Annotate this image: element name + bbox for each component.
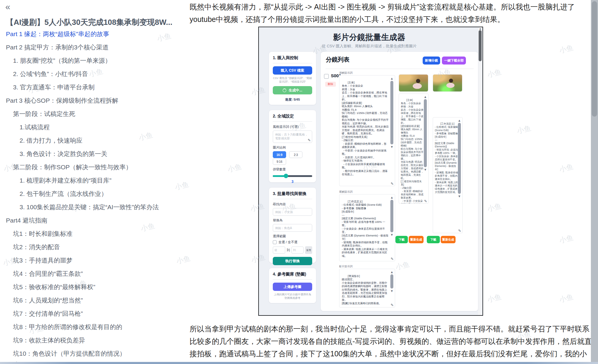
toc-item-5[interactable]: Part 3 核心SOP：保姆级制作全流程拆解 xyxy=(0,94,185,107)
toc-item-16[interactable]: 坑2：消失的配音 xyxy=(0,240,185,254)
tool-scrollbar[interactable] xyxy=(478,27,482,315)
scroll-thumb[interactable] xyxy=(390,81,393,144)
scroll-down-icon[interactable]: ▼ xyxy=(424,168,427,171)
range-from-input[interactable]: 從 xyxy=(273,247,285,254)
scroll-up-icon[interactable]: ▲ xyxy=(390,196,394,199)
toc-item-9[interactable]: 3. 角色设计：决定胜负的第一关 xyxy=(0,147,185,160)
download-all-button[interactable]: 一鍵下載全部 xyxy=(442,57,466,65)
style-prompt-input[interactable]: 例如：吉卜力動畫風格，電影感光影 ✎ xyxy=(273,131,312,143)
edit-pencil-icon[interactable]: ✎ xyxy=(390,257,394,261)
download-first-button[interactable]: 下載 xyxy=(395,236,408,243)
toc-item-1[interactable]: Part 2 搞定甲方：承制的3个核心渠道 xyxy=(0,41,185,54)
tool-title: 影片分鏡批量生成器 xyxy=(259,32,480,43)
scroll-down-icon[interactable]: ▼ xyxy=(390,145,394,149)
concurrency-slider[interactable] xyxy=(273,175,312,177)
style-prompt-label: 風格提示詞 (可選) xyxy=(273,125,312,129)
toc-item-3[interactable]: 2. 公域“钓鱼”：小红书/抖音 xyxy=(0,67,185,80)
execute-replace-button[interactable]: 執行替換 xyxy=(273,257,312,265)
toc-item-8[interactable]: 2. 借力打力，快速响应 xyxy=(0,134,185,147)
toc-item-21[interactable]: 坑7：交付清单的“回马枪” xyxy=(0,307,185,320)
edit-pencil-icon[interactable]: ✎ xyxy=(307,138,311,142)
scroll-thumb[interactable] xyxy=(390,274,393,289)
regenerate-last-button[interactable]: 重新生成 xyxy=(441,236,456,243)
shot-checkbox[interactable] xyxy=(324,74,329,79)
toc-item-6[interactable]: 第一阶段：试稿定生死 xyxy=(0,107,185,120)
paragraph-top: 既然中长视频有潜力，那“从提示此 -> AI出图 -> 图生视频 -> 剪辑成片… xyxy=(190,1,593,25)
last-frame-image[interactable] xyxy=(433,74,462,92)
slider-knob[interactable] xyxy=(284,174,288,178)
toc-item-15[interactable]: 坑1：时长和剧集标准 xyxy=(0,227,185,240)
scroll-down-icon[interactable]: ▼ xyxy=(390,289,394,293)
first-frame-preview-text: [主体] 角色：小女孩朵朵 表情：兴奋 姿态：小女孩朵朵身体前倾，蹲在草地上，双… xyxy=(401,99,424,204)
range-apply-button[interactable]: 套用 xyxy=(305,246,312,254)
scrollbar[interactable]: ▲ ▼ xyxy=(457,119,461,232)
first-frame-textarea[interactable]: [主体] 角色：小女孩朵朵 表情：兴奋 姿态：小女孩朵朵身体前倾，蹲在草地上，双… xyxy=(339,75,395,186)
scroll-down-icon[interactable]: ▼ xyxy=(390,233,394,236)
scroll-up-icon[interactable]: ▲ xyxy=(390,77,394,80)
toc-item-12[interactable]: 2. 包干制生产流（流水线作业） xyxy=(0,187,185,200)
replace-input[interactable]: 例如：角色A xyxy=(273,224,312,232)
toc-item-2[interactable]: 1. 朋友圈“挖坟”（我的第一单来源） xyxy=(0,54,185,67)
select-all-label: 全選 / 全不選 xyxy=(278,240,297,244)
scrollbar[interactable]: ▲ ▼ xyxy=(390,77,394,185)
toc-item-17[interactable]: 坑3：手持道具的噩梦 xyxy=(0,254,185,267)
generating-button[interactable]: 生成中... xyxy=(273,86,312,94)
edit-pencil-icon[interactable]: ✎ xyxy=(390,304,394,307)
range-to-input[interactable]: 到 xyxy=(291,247,304,254)
toc-item-24[interactable]: 坑10：角色设计（甲方提供配音的情况） xyxy=(0,347,185,360)
scrollbar[interactable]: ▲ ▼ xyxy=(423,95,427,202)
first-frame-image[interactable] xyxy=(399,74,428,92)
toc-item-0[interactable]: Part 1 缘起：两枚“超级标”串起的故事 xyxy=(0,27,185,41)
storyboard-heading: 分鏡列表 xyxy=(326,56,349,64)
panel-reference: 4. 參考圖庫 (墊圖) 上傳參考圖 上傳的圖片可於分鏡中選擇作為墊圖風格參考 xyxy=(269,268,316,303)
shot-delete-button[interactable]: 刪除 xyxy=(325,82,336,87)
scroll-up-icon[interactable]: ▲ xyxy=(424,95,427,99)
tool-scrollbar-thumb[interactable] xyxy=(479,30,482,61)
toc-item-18[interactable]: 坑4：合同里的“霸王条款” xyxy=(0,267,185,280)
video-prompt-textarea[interactable]: [導演指令] 鏡頭固定。 小女孩朵朵維持著傾倒的姿勢，當瓶中的綠色液體接觸到地面… xyxy=(339,269,395,307)
toc-item-23[interactable]: 坑9：收款主体的税负差异 xyxy=(0,334,185,347)
watermark: 小鱼 xyxy=(486,201,502,214)
find-input[interactable]: 例如：小女孩 xyxy=(273,208,312,216)
window-scrollbar-thumb[interactable] xyxy=(592,1,597,117)
ratio-16-9-button[interactable]: 16:9 xyxy=(273,151,286,158)
scroll-down-icon[interactable]: ▼ xyxy=(458,194,461,198)
toc-item-11[interactable]: 1. 梳理剧本并建立标准的“项目库” xyxy=(0,174,185,187)
ratio-2-3-button[interactable]: 2:3 xyxy=(289,151,302,158)
last-frame-textarea[interactable]: [工作流定义] - 任务模式: 场景编辑 (Scene Edit) - 参考图像… xyxy=(339,194,395,261)
find-placeholder: 例如：小女孩 xyxy=(275,210,293,214)
first-frame-preview-panel[interactable]: [主体] 角色：小女孩朵朵 表情：兴奋 姿态：小女孩朵朵身体前倾，蹲在草地上，双… xyxy=(399,94,429,204)
scrollbar[interactable]: ▲ ▼ xyxy=(390,270,394,306)
edit-pencil-icon[interactable]: ✎ xyxy=(458,229,462,233)
toc-item-13[interactable]: 3. 100集长篇品控是关键：搞定“AI一致性”的笨办法 xyxy=(0,200,185,214)
window-vertical-scrollbar[interactable] xyxy=(591,0,598,364)
download-last-button[interactable]: 下載 xyxy=(427,236,440,243)
ratio-9-16-button[interactable]: 9:16 xyxy=(273,158,286,165)
scroll-up-icon[interactable]: ▲ xyxy=(479,27,482,30)
add-shot-button[interactable]: 新增分鏡 xyxy=(423,57,440,65)
upload-reference-button[interactable]: 上傳參考圖 xyxy=(273,283,312,291)
toc-item-7[interactable]: 1.试稿流程 xyxy=(0,120,185,134)
import-csv-button[interactable]: 匯入 CSV 檔案 xyxy=(273,66,312,75)
scroll-up-icon[interactable]: ▲ xyxy=(458,119,461,122)
scroll-up-icon[interactable]: ▲ xyxy=(390,270,394,274)
last-frame-preview-panel[interactable]: [工作流定义] - 任务模式: 场景编辑 (Scene Edit) - 参考图像… xyxy=(433,117,463,233)
window-horizontal-scrollbar[interactable] xyxy=(0,362,598,364)
sidebar-collapse-icon[interactable]: « xyxy=(5,2,10,12)
toc-item-14[interactable]: Part4 避坑指南 xyxy=(0,214,185,227)
edit-pencil-icon[interactable]: ✎ xyxy=(424,200,428,203)
regenerate-first-button[interactable]: 重新生成 xyxy=(409,236,424,243)
scroll-thumb[interactable] xyxy=(390,200,393,232)
edit-pencil-icon[interactable]: ✎ xyxy=(390,182,394,186)
watermark: 小鱼 xyxy=(486,67,502,80)
toc-item-20[interactable]: 坑6：人员规划的“想当然” xyxy=(0,294,185,307)
toc-item-10[interactable]: 第二阶段：制作SOP（解决一致性与效率） xyxy=(0,160,185,174)
toc-item-22[interactable]: 坑8：甲方给的所谓的修改权是有目的的 xyxy=(0,320,185,334)
toc-item-4[interactable]: 3. 官方直通车：申请平台承制 xyxy=(0,80,185,94)
select-all-checkbox[interactable] xyxy=(273,240,277,244)
first-frame-text: [主体] 角色：小女孩朵朵 表情：兴奋 姿态：小女孩朵朵身体前倾，蹲在草地上，双… xyxy=(342,81,389,176)
scroll-thumb[interactable] xyxy=(458,123,461,194)
toc-item-19[interactable]: 坑5：验收标准的“最终解释权” xyxy=(0,280,185,294)
scroll-thumb[interactable] xyxy=(424,99,427,167)
scrollbar[interactable]: ▲ ▼ xyxy=(390,196,394,260)
